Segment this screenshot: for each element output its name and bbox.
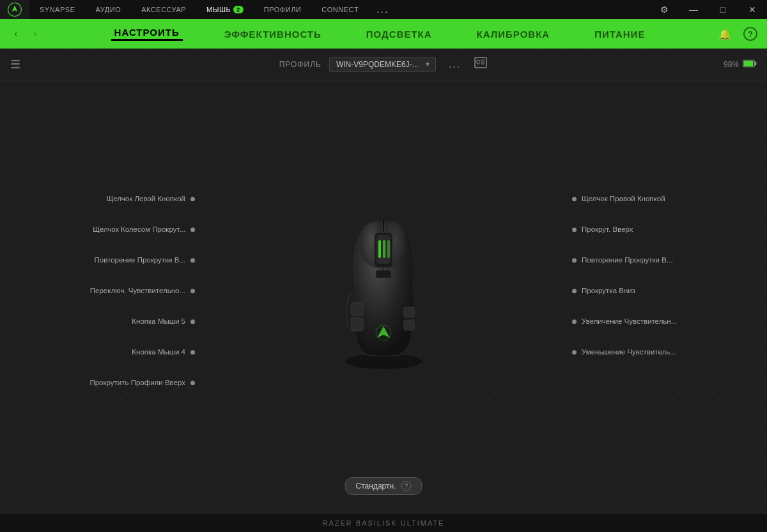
nav-more[interactable]: ... xyxy=(369,0,396,19)
settings-button[interactable]: ⚙ xyxy=(649,0,679,19)
close-icon: ✕ xyxy=(748,4,756,15)
right-click-dot xyxy=(572,197,577,201)
scroll-profiles-up-dot xyxy=(190,381,195,385)
scroll-repeat-up-dot xyxy=(190,258,195,262)
svg-rect-19 xyxy=(404,307,414,317)
notification-bell[interactable]: 🔔 xyxy=(715,24,735,44)
titlebar-left: SYNAPSE АУДИО АКСЕССУАР МЫШЬ 2 ПРОФИЛИ C… xyxy=(0,0,397,19)
scroll-wheel-click-dot xyxy=(190,227,195,232)
mode-help-button[interactable]: ? xyxy=(401,481,411,491)
mouse-button-4-dot xyxy=(190,350,195,354)
nav-connect[interactable]: CONNECT xyxy=(311,0,369,19)
battery-percentage: 98% xyxy=(724,60,739,69)
label-right-click[interactable]: Щелчок Правой Кнопкой xyxy=(572,184,665,215)
label-decrease-sensitivity[interactable]: Уменьшение Чувствитель... xyxy=(572,337,676,368)
nav-synapse[interactable]: SYNAPSE xyxy=(29,0,85,19)
footer-text: RAZER BASILISK ULTIMATE xyxy=(322,519,444,527)
mouse-button-5-label: Кнопка Мыши 5 xyxy=(132,318,185,326)
profile-label: ПРОФИЛЬ xyxy=(279,60,322,69)
label-sensitivity-switch[interactable]: Переключ. Чувствительно... xyxy=(35,276,195,307)
tab-power[interactable]: ПИТАНИЕ xyxy=(591,29,648,40)
label-scroll-wheel-click[interactable]: Щелчок Колесом Прокрут... xyxy=(35,215,195,245)
increase-sensitivity-label: Увеличение Чувствительн... xyxy=(582,318,677,326)
mouse-diagram-area: Щелчок Левой Кнопкой Щелчок Колесом Прок… xyxy=(0,80,767,514)
tab-calibration[interactable]: КАЛИБРОВКА xyxy=(474,29,554,40)
label-mouse-button-4[interactable]: Кнопка Мыши 4 xyxy=(35,337,195,368)
mouse-button-5-dot xyxy=(190,319,195,324)
label-scroll-repeat-up[interactable]: Повторение Прокрутки В... xyxy=(35,245,195,276)
label-scroll-profiles-up[interactable]: Прокрутить Профили Вверх xyxy=(35,368,195,399)
label-scroll-repeat-down[interactable]: Повторение Прокрутки В... xyxy=(572,245,673,276)
greenbar: ‹ › НАСТРОИТЬ ЭФФЕКТИВНОСТЬ ПОДСВЕТКА КА… xyxy=(0,19,767,49)
left-click-label: Щелчок Левой Кнопкой xyxy=(107,195,185,203)
label-scroll-down[interactable]: Прокрутка Вниз xyxy=(572,276,635,307)
profilebar: ☰ ПРОФИЛЬ WIN-V9PQDEMKE6J-... ▼ ... 98% xyxy=(0,49,767,80)
help-icon: ? xyxy=(743,27,757,41)
back-arrow[interactable]: ‹ xyxy=(6,24,26,43)
scroll-repeat-up-label: Повторение Прокрутки В... xyxy=(95,257,186,264)
sensitivity-switch-dot xyxy=(190,289,195,293)
green-nav-items: НАСТРОИТЬ ЭФФЕКТИВНОСТЬ ПОДСВЕТКА КАЛИБР… xyxy=(45,27,715,41)
forward-arrow[interactable]: › xyxy=(26,24,45,43)
svg-rect-13 xyxy=(378,240,381,258)
scroll-repeat-down-dot xyxy=(572,258,577,262)
hamburger-icon: ☰ xyxy=(10,58,20,71)
svg-rect-14 xyxy=(383,240,385,258)
close-button[interactable]: ✕ xyxy=(738,0,767,19)
label-empty-right xyxy=(572,368,582,399)
svg-rect-8 xyxy=(755,61,757,65)
scroll-wheel-click-label: Щелчок Колесом Прокрут... xyxy=(93,226,185,234)
label-increase-sensitivity[interactable]: Увеличение Чувствительн... xyxy=(572,307,677,337)
tab-customize[interactable]: НАСТРОИТЬ xyxy=(111,27,183,41)
decrease-sensitivity-dot xyxy=(572,350,577,354)
svg-rect-16 xyxy=(376,270,391,278)
right-click-label: Щелчок Правой Кнопкой xyxy=(582,195,665,203)
nav-audio[interactable]: АУДИО xyxy=(85,0,131,19)
logo-button[interactable] xyxy=(0,0,29,19)
gear-icon: ⚙ xyxy=(660,4,669,15)
hamburger-menu[interactable]: ☰ xyxy=(10,57,20,72)
svg-rect-17 xyxy=(352,303,363,315)
sensitivity-switch-label: Переключ. Чувствительно... xyxy=(90,287,185,295)
scroll-down-label: Прокрутка Вниз xyxy=(582,287,635,295)
titlebar-right: ⚙ — □ ✕ xyxy=(649,0,767,19)
help-button[interactable]: ? xyxy=(740,24,761,44)
mode-badge[interactable]: Стандартн. ? xyxy=(345,477,422,495)
nav-mouse[interactable]: МЫШЬ 2 xyxy=(196,0,254,19)
decrease-sensitivity-label: Уменьшение Чувствитель... xyxy=(582,349,676,356)
labels-left: Щелчок Левой Кнопкой Щелчок Колесом Прок… xyxy=(35,179,195,403)
maximize-button[interactable]: □ xyxy=(708,0,738,19)
label-scroll-up[interactable]: Прокрут. Вверх xyxy=(572,215,633,245)
greenbar-right: 🔔 ? xyxy=(715,24,761,44)
nav-accessories[interactable]: АКСЕССУАР xyxy=(131,0,196,19)
minimize-button[interactable]: — xyxy=(679,0,708,19)
scroll-down-dot xyxy=(572,289,577,293)
minimize-icon: — xyxy=(689,4,698,15)
nav-profiles[interactable]: ПРОФИЛИ xyxy=(254,0,311,19)
scroll-up-label: Прокрут. Вверх xyxy=(582,226,633,234)
profile-dropdown[interactable]: WIN-V9PQDEMKE6J-... xyxy=(329,57,436,72)
footer: RAZER BASILISK ULTIMATE xyxy=(0,514,767,532)
label-mouse-button-5[interactable]: Кнопка Мыши 5 xyxy=(35,307,195,337)
scroll-profiles-up-label: Прокрутить Профили Вверх xyxy=(89,379,185,387)
mode-help-icon: ? xyxy=(405,483,408,490)
battery-icon xyxy=(743,59,757,69)
titlebar: SYNAPSE АУДИО АКСЕССУАР МЫШЬ 2 ПРОФИЛИ C… xyxy=(0,0,767,19)
scroll-up-dot xyxy=(572,227,577,232)
svg-rect-2 xyxy=(477,60,479,64)
svg-rect-7 xyxy=(744,61,754,66)
profile-more-button[interactable]: ... xyxy=(444,56,466,73)
labels-right: Щелчок Правой Кнопкой Прокрут. Вверх Пов… xyxy=(572,179,732,403)
mouse-badge: 2 xyxy=(233,6,244,13)
svg-rect-18 xyxy=(352,318,363,331)
profile-select-wrapper: WIN-V9PQDEMKE6J-... ▼ xyxy=(329,57,436,72)
main-content: ☰ ПРОФИЛЬ WIN-V9PQDEMKE6J-... ▼ ... 98% xyxy=(0,49,767,514)
svg-rect-20 xyxy=(404,320,414,330)
storage-icon[interactable] xyxy=(474,56,488,73)
mouse-button-4-label: Кнопка Мыши 4 xyxy=(132,349,185,356)
scroll-repeat-down-label: Повторение Прокрутки В... xyxy=(582,257,673,264)
tab-performance[interactable]: ЭФФЕКТИВНОСТЬ xyxy=(221,29,325,40)
mouse-image xyxy=(320,208,447,387)
label-left-click[interactable]: Щелчок Левой Кнопкой xyxy=(35,184,195,215)
tab-lighting[interactable]: ПОДСВЕТКА xyxy=(363,29,435,40)
